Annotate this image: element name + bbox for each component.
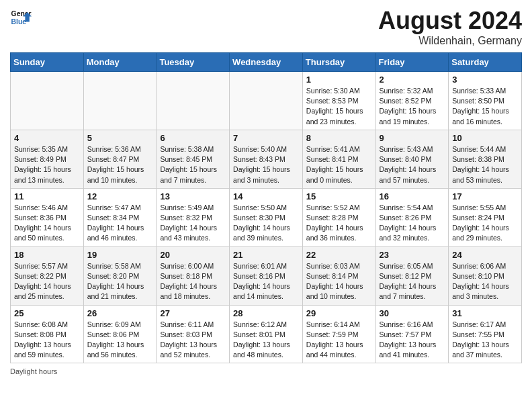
- calendar-cell: 29Sunrise: 6:14 AM Sunset: 7:59 PM Dayli…: [302, 305, 375, 363]
- day-info: Sunrise: 5:36 AM Sunset: 8:47 PM Dayligh…: [87, 144, 153, 185]
- calendar-cell: 1Sunrise: 5:30 AM Sunset: 8:53 PM Daylig…: [302, 72, 375, 130]
- day-info: Sunrise: 5:44 AM Sunset: 8:38 PM Dayligh…: [452, 144, 518, 185]
- calendar-cell: 19Sunrise: 5:58 AM Sunset: 8:20 PM Dayli…: [83, 246, 157, 305]
- day-number: 26: [87, 308, 153, 318]
- logo-icon: General Blue: [10, 7, 32, 28]
- day-info: Sunrise: 5:32 AM Sunset: 8:52 PM Dayligh…: [380, 86, 445, 127]
- day-number: 1: [306, 75, 372, 85]
- day-number: 10: [452, 133, 518, 143]
- day-info: Sunrise: 6:00 AM Sunset: 8:18 PM Dayligh…: [160, 261, 226, 302]
- weekday-header-monday: Monday: [83, 53, 157, 72]
- logo: General Blue General Blue: [10, 7, 32, 28]
- day-info: Sunrise: 5:40 AM Sunset: 8:43 PM Dayligh…: [233, 144, 299, 185]
- calendar-cell: 18Sunrise: 5:57 AM Sunset: 8:22 PM Dayli…: [11, 246, 84, 305]
- day-number: 7: [233, 133, 299, 143]
- day-info: Sunrise: 5:47 AM Sunset: 8:34 PM Dayligh…: [87, 203, 153, 244]
- day-number: 2: [380, 75, 445, 85]
- day-info: Sunrise: 5:58 AM Sunset: 8:20 PM Dayligh…: [87, 261, 153, 302]
- calendar-cell: 5Sunrise: 5:36 AM Sunset: 8:47 PM Daylig…: [83, 130, 157, 188]
- day-number: 16: [380, 191, 445, 201]
- day-number: 11: [14, 191, 80, 201]
- svg-text:Blue: Blue: [11, 18, 27, 26]
- calendar-cell: 13Sunrise: 5:49 AM Sunset: 8:32 PM Dayli…: [157, 188, 230, 246]
- day-info: Sunrise: 6:01 AM Sunset: 8:16 PM Dayligh…: [233, 261, 299, 302]
- day-number: 21: [233, 250, 299, 260]
- calendar-cell: 9Sunrise: 5:43 AM Sunset: 8:40 PM Daylig…: [375, 130, 449, 188]
- day-info: Sunrise: 6:08 AM Sunset: 8:08 PM Dayligh…: [14, 320, 80, 361]
- weekday-header-sunday: Sunday: [11, 53, 84, 72]
- day-info: Sunrise: 6:06 AM Sunset: 8:10 PM Dayligh…: [452, 261, 518, 302]
- calendar-cell: 12Sunrise: 5:47 AM Sunset: 8:34 PM Dayli…: [83, 188, 157, 246]
- day-info: Sunrise: 6:12 AM Sunset: 8:01 PM Dayligh…: [233, 320, 299, 361]
- day-info: Sunrise: 5:55 AM Sunset: 8:24 PM Dayligh…: [452, 203, 518, 244]
- day-info: Sunrise: 6:09 AM Sunset: 8:06 PM Dayligh…: [87, 320, 153, 361]
- day-number: 15: [306, 191, 372, 201]
- weekday-header-tuesday: Tuesday: [157, 53, 230, 72]
- day-info: Sunrise: 5:33 AM Sunset: 8:50 PM Dayligh…: [452, 86, 518, 127]
- day-number: 25: [14, 308, 80, 318]
- calendar-cell: 10Sunrise: 5:44 AM Sunset: 8:38 PM Dayli…: [449, 130, 522, 188]
- calendar-cell: 26Sunrise: 6:09 AM Sunset: 8:06 PM Dayli…: [83, 305, 157, 363]
- day-info: Sunrise: 5:43 AM Sunset: 8:40 PM Dayligh…: [380, 144, 445, 185]
- day-number: 9: [380, 133, 445, 143]
- day-number: 6: [160, 133, 226, 143]
- day-number: 4: [14, 133, 80, 143]
- day-number: 5: [87, 133, 153, 143]
- calendar-cell: [11, 72, 84, 130]
- calendar-cell: 23Sunrise: 6:05 AM Sunset: 8:12 PM Dayli…: [375, 246, 449, 305]
- title-block: August 2024 Wildenhain, Germany: [378, 7, 522, 47]
- day-info: Sunrise: 5:30 AM Sunset: 8:53 PM Dayligh…: [306, 86, 372, 127]
- day-number: 18: [14, 250, 80, 260]
- calendar-cell: 25Sunrise: 6:08 AM Sunset: 8:08 PM Dayli…: [11, 305, 84, 363]
- weekday-header-wednesday: Wednesday: [230, 53, 303, 72]
- day-info: Sunrise: 5:50 AM Sunset: 8:30 PM Dayligh…: [233, 203, 299, 244]
- day-number: 27: [160, 308, 226, 318]
- calendar-cell: 2Sunrise: 5:32 AM Sunset: 8:52 PM Daylig…: [375, 72, 449, 130]
- day-info: Sunrise: 5:49 AM Sunset: 8:32 PM Dayligh…: [160, 203, 226, 244]
- calendar-cell: 28Sunrise: 6:12 AM Sunset: 8:01 PM Dayli…: [230, 305, 303, 363]
- day-info: Sunrise: 5:52 AM Sunset: 8:28 PM Dayligh…: [306, 203, 372, 244]
- day-info: Sunrise: 5:54 AM Sunset: 8:26 PM Dayligh…: [380, 203, 445, 244]
- day-info: Sunrise: 5:38 AM Sunset: 8:45 PM Dayligh…: [160, 144, 226, 185]
- page-header: General Blue General Blue August 2024 Wi…: [10, 7, 522, 47]
- day-number: 20: [160, 250, 226, 260]
- day-info: Sunrise: 5:35 AM Sunset: 8:49 PM Dayligh…: [14, 144, 80, 185]
- calendar-cell: 6Sunrise: 5:38 AM Sunset: 8:45 PM Daylig…: [157, 130, 230, 188]
- day-number: 31: [452, 308, 518, 318]
- calendar-cell: 8Sunrise: 5:41 AM Sunset: 8:41 PM Daylig…: [302, 130, 375, 188]
- day-number: 24: [452, 250, 518, 260]
- calendar-cell: 11Sunrise: 5:46 AM Sunset: 8:36 PM Dayli…: [11, 188, 84, 246]
- calendar-cell: [230, 72, 303, 130]
- day-info: Sunrise: 5:57 AM Sunset: 8:22 PM Dayligh…: [14, 261, 80, 302]
- calendar-cell: [157, 72, 230, 130]
- day-info: Sunrise: 6:05 AM Sunset: 8:12 PM Dayligh…: [380, 261, 445, 302]
- calendar-cell: 30Sunrise: 6:16 AM Sunset: 7:57 PM Dayli…: [375, 305, 449, 363]
- day-info: Sunrise: 5:41 AM Sunset: 8:41 PM Dayligh…: [306, 144, 372, 185]
- day-info: Sunrise: 6:16 AM Sunset: 7:57 PM Dayligh…: [380, 320, 445, 361]
- day-number: 19: [87, 250, 153, 260]
- calendar-cell: 24Sunrise: 6:06 AM Sunset: 8:10 PM Dayli…: [449, 246, 522, 305]
- day-info: Sunrise: 6:14 AM Sunset: 7:59 PM Dayligh…: [306, 320, 372, 361]
- calendar-cell: 20Sunrise: 6:00 AM Sunset: 8:18 PM Dayli…: [157, 246, 230, 305]
- day-number: 8: [306, 133, 372, 143]
- footer-note: Daylight hours: [10, 367, 522, 375]
- weekday-header-saturday: Saturday: [449, 53, 522, 72]
- calendar-cell: 14Sunrise: 5:50 AM Sunset: 8:30 PM Dayli…: [230, 188, 303, 246]
- day-number: 28: [233, 308, 299, 318]
- day-number: 22: [306, 250, 372, 260]
- calendar-cell: 31Sunrise: 6:17 AM Sunset: 7:55 PM Dayli…: [449, 305, 522, 363]
- day-info: Sunrise: 6:17 AM Sunset: 7:55 PM Dayligh…: [452, 320, 518, 361]
- calendar-cell: 7Sunrise: 5:40 AM Sunset: 8:43 PM Daylig…: [230, 130, 303, 188]
- weekday-header-thursday: Thursday: [302, 53, 375, 72]
- day-number: 14: [233, 191, 299, 201]
- calendar-cell: [83, 72, 157, 130]
- calendar-cell: 27Sunrise: 6:11 AM Sunset: 8:03 PM Dayli…: [157, 305, 230, 363]
- weekday-header-friday: Friday: [375, 53, 449, 72]
- calendar-table: SundayMondayTuesdayWednesdayThursdayFrid…: [10, 52, 522, 363]
- day-number: 13: [160, 191, 226, 201]
- day-info: Sunrise: 5:46 AM Sunset: 8:36 PM Dayligh…: [14, 203, 80, 244]
- location: Wildenhain, Germany: [378, 35, 522, 47]
- calendar-cell: 3Sunrise: 5:33 AM Sunset: 8:50 PM Daylig…: [449, 72, 522, 130]
- day-number: 17: [452, 191, 518, 201]
- calendar-cell: 22Sunrise: 6:03 AM Sunset: 8:14 PM Dayli…: [302, 246, 375, 305]
